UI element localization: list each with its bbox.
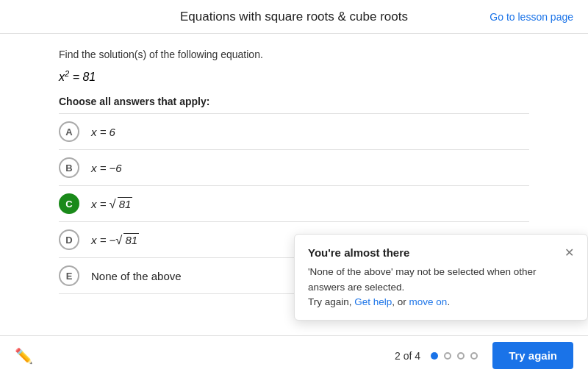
answer-text-c: x = √81 bbox=[91, 197, 132, 211]
get-help-link[interactable]: Get help bbox=[354, 296, 392, 307]
answer-label-c: C bbox=[65, 199, 72, 210]
answer-label-d: D bbox=[65, 235, 72, 246]
popup-header: You're almost there ✕ bbox=[308, 246, 574, 259]
choose-label: Choose all answers that apply: bbox=[59, 96, 529, 107]
page-title: Equations with square roots & cube roots bbox=[180, 10, 408, 24]
progress-text: 2 of 4 bbox=[395, 350, 420, 362]
answer-circle-c[interactable]: C bbox=[59, 193, 79, 214]
go-to-lesson-link[interactable]: Go to lesson page bbox=[490, 11, 573, 23]
move-on-link[interactable]: move on bbox=[409, 296, 448, 307]
progress-indicator: 2 of 4 bbox=[395, 350, 478, 362]
popup-end: . bbox=[447, 296, 450, 307]
dot-2 bbox=[444, 352, 451, 360]
try-again-button[interactable]: Try again bbox=[492, 342, 573, 369]
footer: ✏️ 2 of 4 Try again bbox=[0, 335, 588, 375]
pencil-icon: ✏️ bbox=[15, 348, 33, 364]
answer-circle-b[interactable]: B bbox=[59, 157, 79, 178]
answer-text-b: x = −6 bbox=[91, 162, 122, 174]
popup-action-text: Try again, bbox=[308, 296, 354, 307]
popup-body-text: 'None of the above' may not be selected … bbox=[308, 266, 537, 292]
dot-4 bbox=[470, 352, 478, 360]
answer-row-a: A x = 6 bbox=[59, 114, 529, 149]
instruction-text: Find the solution(s) of the following eq… bbox=[59, 49, 529, 60]
almost-there-popup: You're almost there ✕ 'None of the above… bbox=[294, 234, 588, 321]
answer-circle-e[interactable]: E bbox=[59, 265, 79, 286]
answer-circle-a[interactable]: A bbox=[59, 121, 79, 142]
popup-separator: , or bbox=[392, 296, 409, 307]
popup-title: You're almost there bbox=[308, 246, 409, 259]
popup-close-button[interactable]: ✕ bbox=[564, 247, 574, 259]
dot-1 bbox=[431, 352, 438, 360]
footer-left: ✏️ bbox=[15, 347, 33, 365]
answer-label-b: B bbox=[65, 162, 72, 174]
popup-body: 'None of the above' may not be selected … bbox=[308, 265, 574, 310]
answer-row-c: C x = √81 bbox=[59, 186, 529, 221]
header: Equations with square roots & cube roots… bbox=[0, 0, 588, 34]
answer-label-a: A bbox=[65, 126, 72, 138]
equation-display: x2 = 81 bbox=[59, 69, 529, 84]
main-content: Find the solution(s) of the following eq… bbox=[0, 34, 588, 335]
footer-right-group: 2 of 4 Try again bbox=[395, 342, 573, 369]
dot-3 bbox=[457, 352, 465, 360]
answer-row-b: B x = −6 bbox=[59, 150, 529, 185]
answer-label-e: E bbox=[66, 271, 73, 282]
answer-text-e: None of the above bbox=[91, 270, 182, 282]
answer-text-d: x = −√81 bbox=[91, 233, 139, 247]
answer-circle-d[interactable]: D bbox=[59, 229, 79, 250]
answer-text-a: x = 6 bbox=[91, 126, 115, 138]
